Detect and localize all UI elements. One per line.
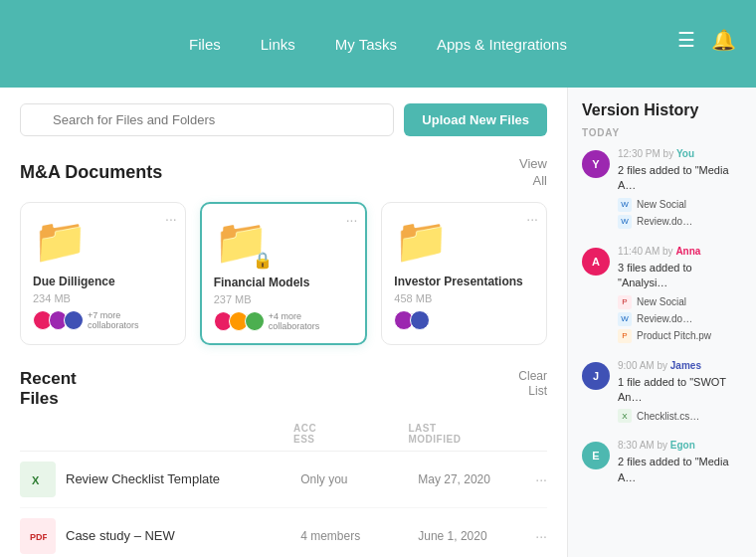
view-all-button[interactable]: View All — [519, 156, 547, 190]
version-action: 3 files added to "Analysi… — [618, 261, 742, 291]
col-header-actions — [523, 423, 547, 445]
file-more-icon[interactable]: ··· — [535, 471, 547, 487]
version-file-item: P New Social — [618, 295, 742, 309]
folder-more-icon[interactable]: ··· — [526, 211, 538, 227]
pdf-icon: PDF — [20, 518, 56, 554]
version-content: 9:00 AM by James 1 file added to "SWOT A… — [618, 360, 742, 427]
folders-grid: ··· 📁 Due Dilligence 234 MB +7 more coll… — [20, 202, 547, 345]
version-history-panel: Version History TODAY Y 12:30 PM by You … — [567, 88, 756, 557]
version-file-name: Checklist.cs… — [637, 411, 699, 422]
file-modified: May 27, 2020 — [418, 472, 535, 486]
file-more-icon[interactable]: ··· — [535, 528, 547, 544]
clear-list-button[interactable]: Clear List — [518, 369, 547, 400]
version-file-name: Review.do… — [637, 313, 692, 324]
nav-links[interactable]: Links — [261, 36, 295, 53]
avatar — [64, 310, 84, 330]
version-file-item: P Product Pitch.pw — [618, 329, 742, 343]
version-time: 8:30 AM by Egon — [618, 440, 742, 451]
version-file-item: W Review.do… — [618, 215, 742, 229]
version-entry: J 9:00 AM by James 1 file added to "SWOT… — [582, 360, 742, 427]
avatar — [410, 310, 430, 330]
version-content: 11:40 AM by Anna 3 files added to "Analy… — [618, 246, 742, 346]
excel-icon: X — [20, 462, 56, 497]
header: Files Links My Tasks Apps & Integrations… — [0, 0, 756, 88]
version-file-name: Review.do… — [637, 216, 692, 227]
version-entry: Y 12:30 PM by You 2 files added to "Medi… — [582, 148, 742, 232]
version-time: 12:30 PM by You — [618, 148, 742, 159]
bell-icon[interactable]: 🔔 — [711, 28, 736, 52]
file-name: Case study – NEW — [66, 528, 300, 543]
main-nav: Files Links My Tasks Apps & Integrations — [189, 36, 567, 53]
version-by: James — [670, 360, 701, 371]
word-icon: W — [618, 198, 632, 212]
main-layout: Upload New Files M&A Documents View All … — [0, 88, 756, 557]
version-entry: E 8:30 AM by Egon 2 files added to "Medi… — [582, 440, 742, 485]
folders-section-title: M&A Documents — [20, 162, 162, 183]
version-time: 11:40 AM by Anna — [618, 246, 742, 257]
version-time-text: 12:30 PM by — [618, 148, 676, 159]
folder-investor-presentations[interactable]: ··· 📁 Investor Presentations 458 MB — [381, 202, 547, 345]
version-avatar: A — [582, 248, 610, 276]
folder-avatars — [394, 310, 534, 330]
version-avatar: E — [582, 442, 610, 469]
version-action: 2 files added to "Media A… — [618, 163, 742, 194]
left-panel: Upload New Files M&A Documents View All … — [0, 88, 567, 557]
word-icon: W — [618, 312, 632, 326]
menu-icon[interactable]: ☰ — [677, 28, 695, 52]
folder-financial-models[interactable]: ··· 📁 🔒 Financial Models 237 MB +4 more … — [200, 202, 368, 345]
recent-files-header: Recent Files Clear List — [20, 369, 547, 409]
search-wrapper — [20, 103, 394, 136]
file-row: X Review Checklist Template Only you May… — [20, 452, 547, 508]
folder-more-icon[interactable]: ··· — [165, 211, 177, 227]
ppt-icon: P — [618, 329, 632, 343]
search-bar: Upload New Files — [20, 103, 547, 136]
folders-section: M&A Documents View All ··· 📁 Due Dillige… — [20, 156, 547, 345]
version-files: X Checklist.cs… — [618, 409, 742, 423]
version-file-item: W Review.do… — [618, 312, 742, 326]
file-table-header: ACC ESS LAST MODIFIED — [20, 417, 547, 452]
nav-files[interactable]: Files — [189, 36, 221, 53]
svg-text:X: X — [32, 474, 40, 486]
search-input[interactable] — [20, 103, 394, 136]
file-modified: June 1, 2020 — [418, 529, 535, 543]
today-label: TODAY — [582, 127, 742, 138]
file-access: 4 members — [300, 529, 418, 543]
version-time-text: 11:40 AM by — [618, 246, 675, 257]
version-time: 9:00 AM by James — [618, 360, 742, 371]
more-collaborators: +7 more collaborators — [88, 310, 173, 330]
folder-more-icon[interactable]: ··· — [346, 212, 358, 228]
version-content: 8:30 AM by Egon 2 files added to "Media … — [618, 440, 742, 485]
nav-apps[interactable]: Apps & Integrations — [437, 36, 567, 53]
version-time-text: 9:00 AM by — [618, 360, 670, 371]
version-file-name: New Social — [637, 199, 686, 210]
folder-icon-yellow: 📁 — [394, 215, 534, 267]
folder-icon-yellow: 📁 — [33, 215, 173, 267]
folder-avatars: +7 more collaborators — [33, 310, 173, 330]
avatar — [245, 311, 265, 331]
header-icons: ☰ 🔔 — [677, 28, 736, 52]
col-header-access: ACC ESS — [293, 423, 409, 445]
lock-icon: 🔒 — [253, 251, 273, 270]
more-collaborators: +4 more collaborators — [269, 311, 354, 331]
folder-name: Due Dilligence — [33, 275, 173, 288]
col-header-name — [64, 423, 293, 445]
version-file-item: X Checklist.cs… — [618, 409, 742, 423]
version-time-text: 8:30 AM by — [618, 440, 670, 451]
version-avatar: J — [582, 362, 610, 390]
file-name: Review Checklist Template — [66, 471, 300, 486]
folders-section-header: M&A Documents View All — [20, 156, 547, 190]
svg-text:PDF: PDF — [30, 532, 47, 542]
version-by: Anna — [675, 246, 700, 257]
version-file-item: W New Social — [618, 198, 742, 212]
folder-due-diligence[interactable]: ··· 📁 Due Dilligence 234 MB +7 more coll… — [20, 202, 186, 345]
folder-avatars: +4 more collaborators — [214, 311, 354, 331]
version-files: W New Social W Review.do… — [618, 198, 742, 229]
nav-my-tasks[interactable]: My Tasks — [335, 36, 397, 53]
upload-button[interactable]: Upload New Files — [404, 103, 547, 136]
version-avatar: Y — [582, 150, 610, 178]
version-entry: A 11:40 AM by Anna 3 files added to "Ana… — [582, 246, 742, 346]
version-action: 1 file added to "SWOT An… — [618, 375, 742, 406]
folder-size: 234 MB — [33, 292, 173, 304]
recent-title: Recent Files — [20, 369, 77, 409]
file-access: Only you — [300, 472, 418, 486]
